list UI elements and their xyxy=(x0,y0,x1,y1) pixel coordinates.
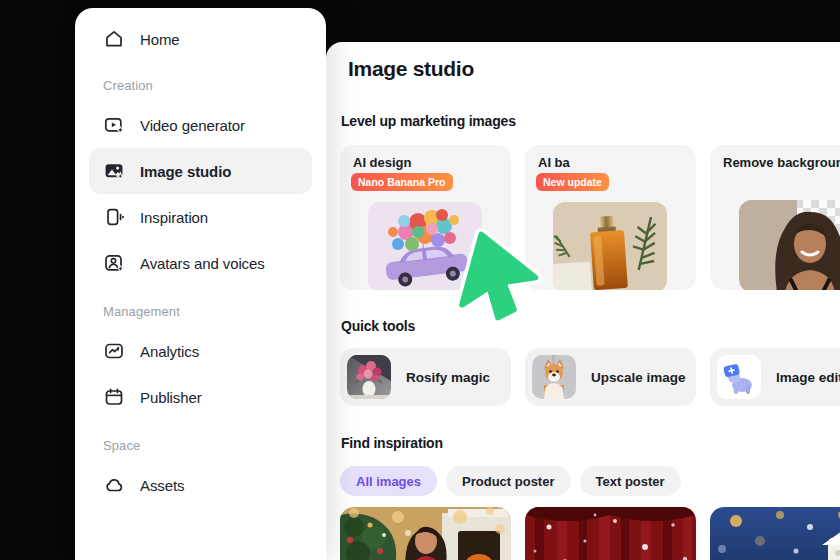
fireplace xyxy=(442,509,511,560)
sidebar-item-image-studio[interactable]: Image studio xyxy=(89,148,312,194)
section-label-management: Management xyxy=(89,304,312,322)
publisher-icon xyxy=(103,386,125,408)
sidebar-item-assets[interactable]: Assets xyxy=(89,462,312,508)
corgi-thumbnail xyxy=(532,355,576,399)
quick-tools-row: Rosify magic xyxy=(340,348,840,406)
card-badge: New update xyxy=(536,173,609,191)
tool-label: Rosify magic xyxy=(406,370,490,385)
tool-label: Image editor xyxy=(776,370,840,385)
editor-thumbnail xyxy=(717,355,761,399)
card-title: Remove background xyxy=(723,155,840,170)
sidebar-item-label: Home xyxy=(140,31,180,48)
chip-text-poster[interactable]: Text poster xyxy=(580,466,681,496)
sidebar-item-label: Image studio xyxy=(140,163,231,180)
card-title: AI ba xyxy=(538,155,570,170)
sidebar-item-inspiration[interactable]: Inspiration xyxy=(89,194,312,240)
sidebar-item-avatars[interactable]: Avatars and voices xyxy=(89,240,312,286)
marketing-section-heading: Level up marketing images xyxy=(341,113,516,129)
corgi-illustration xyxy=(532,355,576,399)
card-badge: Nano Banana Pro xyxy=(351,173,453,191)
card-remove-background[interactable]: Remove background xyxy=(710,145,840,290)
analytics-icon xyxy=(103,340,125,362)
video-generator-icon xyxy=(103,114,125,136)
tool-image-editor[interactable]: Image editor xyxy=(710,348,840,406)
card-title: AI design xyxy=(353,155,412,170)
editor-illustration xyxy=(717,355,761,399)
avatars-icon xyxy=(103,252,125,274)
sidebar-item-label: Video generator xyxy=(140,117,245,134)
image-studio-icon xyxy=(103,160,125,182)
winter-bokeh-scene xyxy=(710,507,840,560)
section-label-creation: Creation xyxy=(89,78,312,96)
inspiration-heading: Find inspiration xyxy=(341,435,443,451)
sidebar-item-publisher[interactable]: Publisher xyxy=(89,374,312,420)
inspiration-tile-christmas[interactable] xyxy=(340,507,511,560)
tool-upscale-image[interactable]: Upscale image xyxy=(525,348,696,406)
marketing-cards-row: AI design Nano Banana Pro xyxy=(340,145,840,290)
chip-all-images[interactable]: All images xyxy=(340,466,437,496)
christmas-scene xyxy=(340,507,511,560)
sidebar-item-analytics[interactable]: Analytics xyxy=(89,328,312,374)
inspiration-tile-curtain[interactable] xyxy=(525,507,696,560)
assets-icon xyxy=(103,474,125,496)
app-screen: { "sidebar": { "home": { "label": "Home"… xyxy=(0,0,840,560)
perfume-thumbnail xyxy=(553,202,667,290)
sidebar-item-label: Inspiration xyxy=(140,209,208,226)
red-curtain-scene xyxy=(525,507,696,560)
tool-label: Upscale image xyxy=(591,370,686,385)
tool-rosify-magic[interactable]: Rosify magic xyxy=(340,348,511,406)
car-balloons-illustration xyxy=(368,202,482,290)
main-panel: Image studio Level up marketing images A… xyxy=(326,42,840,560)
inspiration-tiles-row xyxy=(340,507,840,560)
page-title: Image studio xyxy=(348,57,474,81)
card-ai-background[interactable]: AI ba New update xyxy=(525,145,696,290)
inspiration-icon xyxy=(103,206,125,228)
roses-thumbnail xyxy=(347,355,391,399)
home-icon xyxy=(103,28,125,50)
sidebar-item-video-generator[interactable]: Video generator xyxy=(89,102,312,148)
sidebar-item-label: Publisher xyxy=(140,389,202,406)
sidebar-item-label: Avatars and voices xyxy=(140,255,265,272)
car-balloons-thumbnail xyxy=(368,202,482,290)
woman xyxy=(775,212,840,290)
inspiration-tile-winter[interactable] xyxy=(710,507,840,560)
sidebar: Home Creation Video generator Image stud… xyxy=(75,8,326,560)
perfume-illustration xyxy=(553,202,667,290)
sidebar-item-label: Assets xyxy=(140,477,184,494)
sidebar-item-home[interactable]: Home xyxy=(89,22,312,56)
roses-illustration xyxy=(347,355,391,399)
card-ai-design[interactable]: AI design Nano Banana Pro xyxy=(340,145,511,290)
woman-portrait-illustration xyxy=(749,200,840,290)
remove-background-thumbnail xyxy=(739,200,840,290)
filter-chips-row: All images Product poster Text poster xyxy=(340,466,681,496)
chip-product-poster[interactable]: Product poster xyxy=(446,466,570,496)
quick-tools-heading: Quick tools xyxy=(341,318,415,334)
sidebar-item-label: Analytics xyxy=(140,343,199,360)
section-label-space: Space xyxy=(89,438,312,456)
